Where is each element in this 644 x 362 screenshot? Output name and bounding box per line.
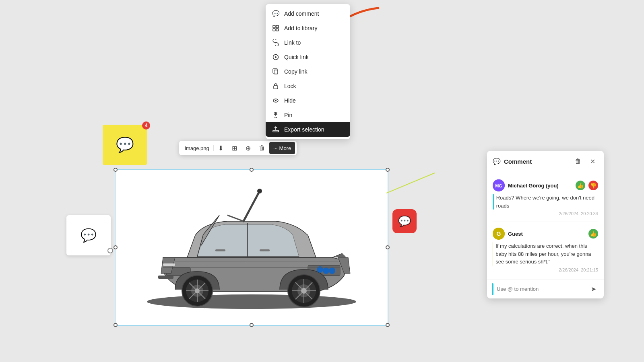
close-comment-button[interactable]: ✕ (587, 156, 598, 167)
comment-username-1: Michael Görög (you) (508, 183, 572, 189)
send-button[interactable]: ➤ (588, 284, 599, 295)
comment-body[interactable]: MG Michael Görög (you) 👍 👎 Roads? Where … (487, 172, 604, 280)
more-button[interactable]: ··· More (269, 142, 295, 154)
handle-bottom-mid[interactable] (250, 323, 254, 327)
avatar-michael: MG (493, 179, 505, 191)
comment-header-icon: 💬 (493, 158, 501, 165)
svg-rect-38 (276, 29, 279, 31)
add-library-icon (272, 25, 279, 32)
sticky-note-blue[interactable]: 💬 (66, 215, 111, 255)
svg-rect-36 (276, 25, 279, 28)
sticky-note-yellow[interactable]: 4 💬 (103, 125, 147, 165)
svg-line-33 (386, 173, 435, 193)
handle-top-left[interactable] (114, 168, 118, 172)
crop-button[interactable]: ⊞ (228, 142, 241, 154)
lock-icon (272, 82, 279, 90)
comment-entry-2: G Guest 👍 If my calculations are correct… (487, 224, 604, 276)
input-bar (492, 283, 493, 295)
quick-link-icon (272, 53, 279, 61)
svg-rect-42 (274, 86, 278, 89)
menu-link-to[interactable]: Link to (266, 35, 350, 50)
delete-comment-button[interactable]: 🗑 (572, 156, 584, 167)
context-menu: 💬 Add comment Add to library Link to Qui… (266, 4, 350, 139)
menu-export-selection[interactable]: Export selection (266, 122, 350, 137)
svg-rect-45 (273, 130, 279, 132)
comment-input-area: ➤ (487, 280, 604, 298)
copy-link-label: Copy link (284, 68, 308, 75)
svg-point-23 (257, 189, 262, 193)
comment-header: 💬 Comment 🗑 ✕ (487, 151, 604, 172)
hide-icon (272, 97, 279, 104)
svg-rect-35 (273, 25, 275, 28)
hide-label: Hide (284, 97, 296, 104)
comment-panel: 💬 Comment 🗑 ✕ MG Michael Görög (you) 👍 👎 (487, 151, 604, 298)
chat-icon-blue: 💬 (80, 228, 97, 243)
red-chat-bubble[interactable]: 💬 (392, 209, 417, 233)
svg-point-25 (317, 266, 323, 273)
comment-text-1: Roads? Where we're going, we don't need … (496, 194, 598, 210)
comment-bar-1 (493, 194, 494, 210)
comment-time-2: 2/26/2024, 20:21:15 (493, 267, 598, 272)
more-dots: ··· (273, 145, 278, 151)
comment-user-row-1: MG Michael Görög (you) 👍 👎 (493, 179, 598, 191)
download-button[interactable]: ⬇ (215, 142, 227, 154)
car-image (116, 170, 388, 325)
like-button-1[interactable]: 👍 (576, 181, 585, 190)
svg-point-27 (329, 267, 335, 274)
link-to-label: Link to (284, 39, 301, 46)
menu-hide[interactable]: Hide (266, 93, 350, 108)
export-selection-label: Export selection (284, 126, 324, 133)
avatar-guest: G (493, 228, 505, 240)
handle-right-mid[interactable] (386, 245, 390, 249)
svg-point-26 (323, 267, 329, 274)
svg-rect-31 (260, 249, 270, 251)
handle-bottom-right[interactable] (386, 323, 390, 327)
pin-handle[interactable] (107, 248, 113, 253)
svg-text:MG: MG (495, 183, 502, 188)
like-button-2[interactable]: 👍 (588, 229, 598, 239)
export-icon (272, 126, 279, 133)
comment-input[interactable] (497, 286, 584, 292)
comment-bar-2 (493, 242, 493, 266)
svg-text:G: G (497, 230, 501, 237)
svg-rect-30 (215, 249, 225, 251)
menu-lock[interactable]: Lock (266, 79, 350, 93)
lock-label: Lock (284, 83, 296, 89)
add-button[interactable]: ⊕ (242, 142, 255, 154)
comment-text-wrap-1: Roads? Where we're going, we don't need … (493, 194, 598, 210)
delete-button[interactable]: 🗑 (256, 142, 268, 154)
svg-point-40 (275, 56, 277, 58)
svg-rect-41 (274, 70, 278, 74)
menu-add-comment[interactable]: 💬 Add comment (266, 6, 350, 21)
svg-rect-28 (163, 263, 175, 266)
comment-title: Comment (504, 158, 569, 165)
canvas: 4 💬 💬 (0, 0, 644, 362)
handle-bottom-left[interactable] (114, 323, 118, 327)
more-label: More (279, 145, 291, 151)
menu-add-to-library[interactable]: Add to library (266, 21, 350, 35)
svg-line-24 (227, 215, 244, 221)
comment-entry-1: MG Michael Görög (you) 👍 👎 Roads? Where … (487, 176, 604, 219)
svg-point-13 (195, 288, 200, 293)
comment-time-1: 2/26/2024, 20:20:34 (493, 211, 598, 216)
menu-pin[interactable]: Pin (266, 108, 350, 122)
add-comment-icon: 💬 (272, 10, 279, 17)
svg-point-21 (301, 288, 307, 294)
dislike-button-1[interactable]: 👎 (588, 181, 598, 190)
handle-left-mid[interactable] (114, 245, 118, 249)
comment-divider-1 (493, 222, 598, 222)
svg-point-0 (147, 294, 356, 309)
svg-line-22 (244, 191, 260, 221)
handle-top-right[interactable] (386, 168, 390, 172)
handle-top-mid[interactable] (250, 168, 254, 172)
menu-quick-link[interactable]: Quick link (266, 50, 350, 64)
filename-label: image.png (181, 145, 214, 151)
image-frame[interactable] (115, 169, 388, 326)
pin-icon (272, 111, 279, 119)
add-library-label: Add to library (284, 25, 317, 31)
menu-copy-link[interactable]: Copy link (266, 64, 350, 79)
copy-link-icon (272, 68, 279, 75)
pin-label: Pin (284, 112, 292, 118)
svg-rect-5 (158, 276, 173, 279)
image-toolbar: image.png ⬇ ⊞ ⊕ 🗑 ··· More (179, 141, 297, 155)
